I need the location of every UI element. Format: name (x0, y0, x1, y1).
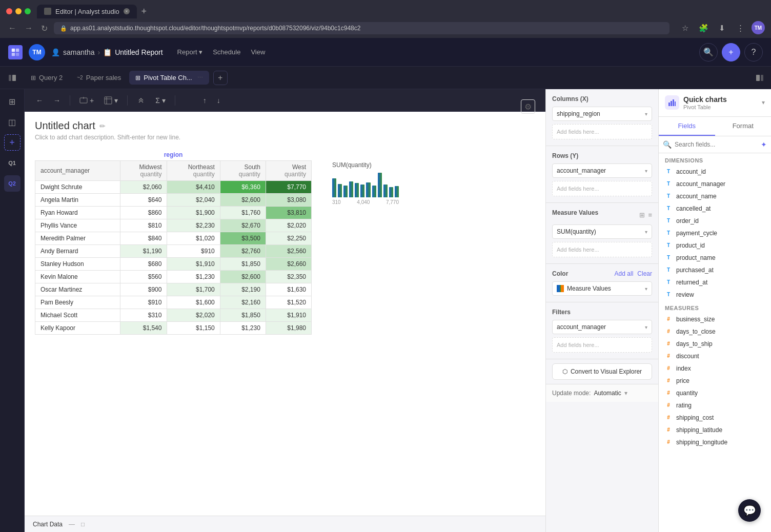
measure-add-fields[interactable]: Add fields here... (552, 242, 652, 257)
field-shipping-cost[interactable]: # shipping_cost (659, 412, 771, 424)
sidebar-layers-icon[interactable]: ◫ (4, 114, 21, 130)
field-days-to-close[interactable]: # days_to_close (659, 325, 771, 338)
row-value: $2,020 (266, 219, 311, 232)
minimize-traffic-light[interactable] (15, 8, 22, 14)
table-toggle-button[interactable]: ▾ (101, 94, 121, 107)
schedule-nav-btn[interactable]: Schedule (209, 46, 245, 58)
sidebar-q2-tab[interactable]: Q2 (4, 175, 21, 192)
help-header-button[interactable]: ? (744, 43, 763, 62)
fullscreen-traffic-light[interactable] (25, 8, 31, 14)
rows-add-fields[interactable]: Add fields here... (552, 181, 652, 196)
field-quantity[interactable]: # quantity (659, 387, 771, 399)
field-rating[interactable]: # rating (659, 399, 771, 412)
left-panel-toggle[interactable] (4, 70, 21, 86)
minimize-icon[interactable]: — (69, 521, 75, 528)
maximize-icon[interactable]: □ (81, 521, 85, 528)
chat-support-button[interactable]: 💬 (738, 499, 761, 522)
sidebar-q1-tab[interactable]: Q1 (4, 155, 21, 171)
right-panel-toggle[interactable] (753, 71, 767, 85)
field-discount[interactable]: # discount (659, 350, 771, 362)
menu-button[interactable]: ⋮ (733, 21, 747, 35)
tab-query2[interactable]: ⊞ Query 2 (25, 71, 69, 85)
forward-button[interactable]: → (23, 23, 35, 34)
pivot-button[interactable] (134, 94, 148, 107)
color-dropdown[interactable]: Measure Values ▾ (552, 281, 652, 296)
filter-button[interactable] (181, 94, 196, 107)
tab-paper-sales[interactable]: ~2 Paper sales (71, 71, 127, 85)
reload-button[interactable]: ↻ (39, 23, 50, 34)
edit-title-icon[interactable]: ✏ (99, 122, 106, 130)
fields-search-action-icon[interactable]: ✦ (761, 140, 767, 149)
field-order-id[interactable]: T order_id (659, 215, 771, 227)
field-days-to-ship[interactable]: # days_to_ship (659, 338, 771, 350)
new-browser-tab-button[interactable]: + (137, 4, 151, 18)
field-account-id[interactable]: T account_id (659, 166, 771, 178)
format-tab[interactable]: Format (715, 117, 772, 136)
field-shipping-latitude[interactable]: # shipping_latitude (659, 424, 771, 436)
measure-grid-icon[interactable]: ⊞ (639, 211, 645, 219)
field-label: shipping_longitude (676, 439, 727, 446)
field-price[interactable]: # price (659, 375, 771, 387)
update-mode-chevron[interactable]: ▾ (624, 390, 627, 397)
add-header-button[interactable]: + (722, 43, 740, 62)
columns-add-fields[interactable]: Add fields here... (552, 124, 652, 139)
filters-dropdown[interactable]: account_manager ▾ (552, 320, 652, 334)
chart-title[interactable]: Untitled chart ✏ (35, 120, 535, 132)
new-tab-button[interactable]: + (213, 71, 228, 85)
field-product-id[interactable]: T product_id (659, 239, 771, 252)
row-value: $860 (120, 207, 167, 219)
measure-list-icon[interactable]: ≡ (648, 211, 652, 219)
sidebar-add-button[interactable]: + (4, 134, 21, 151)
url-bar[interactable]: 🔒 app.as01.analyststudio.thoughtspot.clo… (54, 22, 669, 34)
field-label: days_to_close (676, 328, 716, 335)
field-payment-cycle[interactable]: T payment_cycle (659, 227, 771, 239)
chart-settings-button[interactable]: ⚙ (521, 99, 535, 114)
fields-tab[interactable]: Fields (659, 117, 715, 136)
add-all-button[interactable]: Add all (615, 270, 634, 277)
chart-description[interactable]: Click to add chart description. Shift-en… (35, 134, 535, 141)
columns-dropdown[interactable]: shipping_region ▾ (552, 107, 652, 121)
field-review[interactable]: T review (659, 289, 771, 301)
sort-asc-button[interactable]: ↑ (200, 94, 210, 107)
sort-desc-button[interactable]: ↓ (214, 94, 224, 107)
field-account-manager[interactable]: T account_manager (659, 178, 771, 190)
measure-dropdown[interactable]: SUM(quantity) ▾ (552, 224, 652, 239)
fields-search-input[interactable] (675, 141, 758, 148)
close-traffic-light[interactable] (6, 8, 12, 14)
field-index[interactable]: # index (659, 362, 771, 375)
undo-button[interactable]: ← (33, 94, 46, 107)
field-label: purchased_at (676, 267, 714, 274)
tab-pivot-table[interactable]: ⊞ Pivot Table Ch... ⋯ (129, 71, 209, 85)
field-purchased-at[interactable]: T purchased_at (659, 264, 771, 276)
convert-button[interactable]: ⬡ Convert to Visual Explorer (552, 363, 652, 380)
field-business-size[interactable]: # business_size (659, 313, 771, 325)
browser-tab-close[interactable]: × (124, 8, 130, 14)
view-nav-btn[interactable]: View (247, 46, 269, 58)
field-type-number-icon: # (665, 316, 672, 323)
clear-button[interactable]: Clear (637, 270, 652, 277)
report-nav-btn[interactable]: Report ▾ (173, 46, 207, 58)
columns-chevron: ▾ (645, 111, 647, 117)
filters-add-fields[interactable]: Add fields here... (552, 337, 652, 353)
content-area: ← → + ▾ Σ ▾ (25, 89, 771, 532)
browser-tab-active[interactable]: Editor | Analyst studio × (37, 5, 137, 18)
svg-rect-19 (675, 101, 676, 106)
field-returned-at[interactable]: T returned_at (659, 276, 771, 289)
star-button[interactable]: ☆ (678, 21, 692, 35)
extensions-button[interactable]: 🧩 (696, 21, 711, 35)
back-button[interactable]: ← (6, 23, 18, 34)
field-shipping-longitude[interactable]: # shipping_longitude (659, 436, 771, 448)
redo-button[interactable]: → (50, 94, 64, 107)
field-cancelled-at[interactable]: T cancelled_at (659, 202, 771, 215)
sum-button[interactable]: Σ ▾ (152, 94, 169, 107)
sidebar-grid-icon[interactable]: ⊞ (4, 93, 21, 110)
rows-dropdown[interactable]: account_manager ▾ (552, 163, 652, 178)
add-chart-button[interactable]: + (76, 94, 97, 107)
pivot-table-tab-close[interactable]: ⋯ (197, 74, 203, 81)
downloads-button[interactable]: ⬇ (715, 21, 729, 35)
search-header-button[interactable]: 🔍 (699, 43, 718, 62)
field-account-name[interactable]: T account_name (659, 190, 771, 202)
quick-charts-dropdown[interactable]: ▾ (762, 99, 765, 106)
field-product-name[interactable]: T product_name (659, 252, 771, 264)
browser-profile-avatar[interactable]: TM (752, 21, 765, 34)
